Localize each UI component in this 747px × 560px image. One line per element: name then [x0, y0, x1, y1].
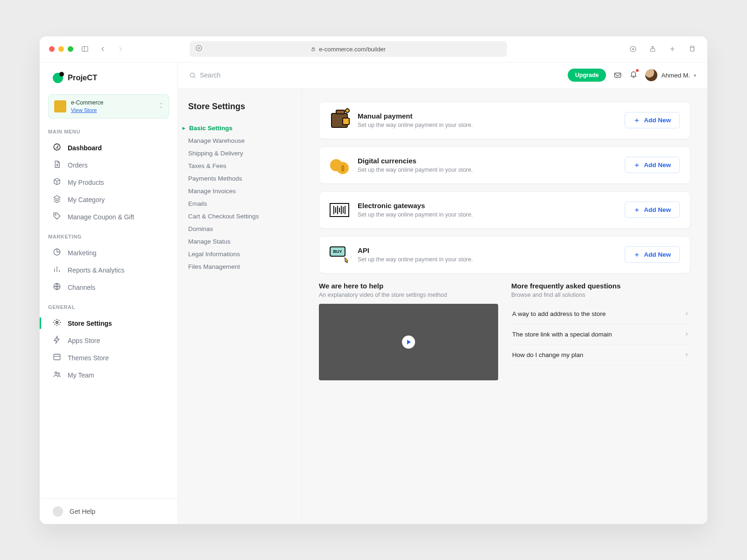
view-store-link[interactable]: View Store [71, 107, 97, 113]
settings-nav-item[interactable]: Files Management [188, 260, 291, 273]
settings-nav-item[interactable]: Legal Informations [188, 248, 291, 260]
sidebar-item-my-team[interactable]: My Team [48, 366, 169, 384]
settings-nav-item[interactable]: Shipping & Delivery [188, 147, 291, 160]
add-new-button[interactable]: Add New [625, 246, 680, 263]
file-icon [53, 160, 61, 170]
settings-nav-item[interactable]: Manage Warehouse [188, 134, 291, 147]
payment-method-card: Manual payment Set up the way online pay… [319, 102, 691, 139]
sidebar-item-label: Themes Store [68, 354, 109, 362]
layers-icon [53, 195, 61, 204]
chevron-right-icon [684, 311, 690, 316]
play-icon[interactable] [402, 336, 415, 349]
bolt-icon [53, 336, 61, 345]
help-video-player[interactable] [319, 304, 498, 381]
get-help-link[interactable]: Get Help [40, 498, 177, 524]
sidebar-item-store-settings[interactable]: Store Settings [48, 315, 169, 332]
add-new-button[interactable]: Add New [625, 112, 680, 128]
upgrade-button[interactable]: Upgrade [568, 69, 606, 82]
notification-dot [636, 69, 639, 72]
settings-nav-item[interactable]: Taxes & Fees [188, 160, 291, 172]
add-new-button[interactable]: Add New [625, 202, 680, 218]
settings-nav-item[interactable]: Payments Methods [188, 172, 291, 185]
svg-rect-11 [54, 354, 60, 360]
share-icon[interactable] [647, 43, 659, 55]
mail-icon[interactable] [613, 71, 622, 79]
maximize-window-icon[interactable] [68, 46, 73, 52]
faq-section: More frequently asked questions Browse a… [511, 282, 691, 381]
svg-rect-5 [691, 48, 694, 51]
faq-item[interactable]: The store link with a special domain [511, 324, 691, 345]
svg-point-13 [58, 373, 60, 375]
sidebar-item-label: My Category [68, 196, 105, 203]
sidebar-item-marketing[interactable]: Marketing [48, 244, 169, 261]
settings-nav-item[interactable]: Cart & Checkout Settings [188, 210, 291, 223]
svg-point-12 [55, 372, 57, 374]
menu-section: MARKETINGMarketingReports & AnalyticsCha… [40, 225, 177, 296]
card-description: Set up the way online payment in your st… [358, 167, 473, 173]
gear-icon [53, 318, 61, 328]
sidebar-item-label: My Team [68, 371, 94, 379]
svg-rect-2 [312, 49, 315, 51]
sidebar-item-label: Channels [68, 284, 95, 291]
help-avatar-icon [53, 506, 63, 517]
new-tab-icon[interactable] [666, 43, 678, 55]
sidebar-item-my-category[interactable]: My Category [48, 191, 169, 208]
settings-nav-title: Store Settings [188, 102, 291, 112]
settings-nav-item[interactable]: Dominas [188, 223, 291, 235]
sidebar-item-label: Marketing [68, 249, 96, 257]
buy-icon: BUY [330, 245, 349, 265]
svg-point-10 [56, 322, 58, 324]
sidebar-item-manage-coupon-gift[interactable]: Manage Coupon & Gift [48, 208, 169, 225]
notifications-icon[interactable] [629, 70, 638, 80]
help-video-section: We are here to help An explanatory video… [319, 282, 498, 381]
gauge-icon [53, 143, 61, 153]
sidebar-item-themes-store[interactable]: Themes Store [48, 349, 169, 366]
sidebar-item-label: Reports & Analytics [68, 266, 124, 274]
card-title: API [358, 246, 473, 254]
top-bar: Search Upgrade Ahmed M. ▾ [178, 63, 707, 89]
close-window-icon[interactable] [49, 46, 55, 52]
sidebar-item-apps-store[interactable]: Apps Store [48, 332, 169, 349]
settings-nav: Store Settings Basic SettingsManage Ware… [178, 89, 302, 524]
minimize-window-icon[interactable] [58, 46, 64, 52]
globe-icon [53, 282, 61, 292]
sidebar-item-my-products[interactable]: My Products [48, 174, 169, 191]
lock-icon [310, 46, 316, 52]
sidebar-toggle-icon[interactable] [79, 43, 91, 55]
brand-name: ProjeCT [68, 73, 97, 82]
url-text: e-commerce.com/builder [319, 46, 386, 53]
faq-item[interactable]: How do I change my plan [511, 345, 691, 365]
back-icon[interactable] [97, 43, 109, 55]
sidebar-item-orders[interactable]: Orders [48, 156, 169, 174]
forward-icon[interactable] [114, 43, 127, 55]
window-controls [49, 46, 73, 52]
help-subtitle: An explanatory video of the store settin… [319, 292, 498, 298]
settings-nav-item[interactable]: Manage Status [188, 235, 291, 248]
svg-rect-0 [82, 47, 88, 52]
faq-item[interactable]: A way to add address to the store [511, 304, 691, 324]
user-menu[interactable]: Ahmed M. ▾ [645, 69, 696, 81]
layout-icon [53, 353, 61, 363]
store-name: e-Commerce [71, 99, 103, 106]
add-tab-icon[interactable] [195, 44, 203, 54]
store-selector[interactable]: e-Commerce View Store [48, 94, 169, 119]
tabs-icon[interactable] [686, 43, 698, 55]
settings-nav-item[interactable]: Basic Settings [188, 122, 291, 134]
sidebar-item-channels[interactable]: Channels [48, 279, 169, 296]
avatar [645, 69, 657, 81]
content: Store Settings Basic SettingsManage Ware… [178, 89, 707, 524]
plus-icon [634, 252, 640, 258]
url-bar[interactable]: e-commerce.com/builder [190, 41, 507, 57]
payment-method-card: ₿ Digital currencies Set up the way onli… [319, 147, 691, 184]
settings-nav-item[interactable]: Emails [188, 197, 291, 210]
add-new-button[interactable]: Add New [625, 157, 680, 173]
tag-icon [53, 212, 61, 222]
card-title: Electronic gateways [358, 202, 473, 210]
download-icon[interactable] [627, 43, 639, 55]
settings-nav-item[interactable]: Manage Invoices [188, 185, 291, 197]
search-input[interactable]: Search [189, 71, 220, 79]
card-description: Set up the way online payment in your st… [358, 122, 473, 128]
plus-icon [634, 117, 640, 124]
sidebar-item-dashboard[interactable]: Dashboard [48, 139, 169, 156]
sidebar-item-reports-analytics[interactable]: Reports & Analytics [48, 261, 169, 279]
